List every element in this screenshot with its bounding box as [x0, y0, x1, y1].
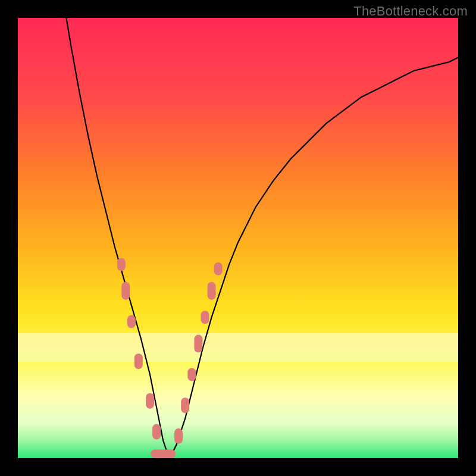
curve-layer	[18, 18, 458, 458]
curve-marker	[194, 335, 202, 353]
curve-marker	[214, 262, 223, 275]
curve-marker	[127, 315, 136, 328]
curve-marker	[208, 282, 216, 300]
plot-area	[18, 18, 458, 458]
curve-marker	[181, 397, 189, 413]
curve-marker	[121, 282, 130, 300]
curve-marker	[174, 428, 183, 444]
curve-marker	[146, 393, 154, 409]
marker-group	[117, 258, 223, 458]
curve-marker	[151, 450, 176, 458]
curve-marker	[152, 424, 161, 440]
curve-marker	[117, 258, 126, 271]
curve-marker	[201, 311, 209, 324]
curve-marker	[187, 368, 196, 381]
bottleneck-curve	[53, 18, 458, 454]
watermark-label: TheBottleneck.com	[353, 4, 468, 19]
curve-marker	[134, 353, 143, 369]
chart-frame: TheBottleneck.com	[0, 0, 476, 476]
